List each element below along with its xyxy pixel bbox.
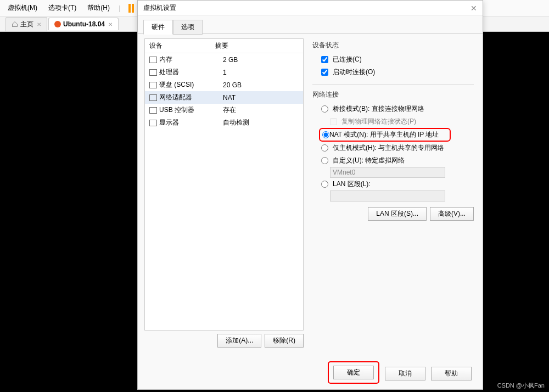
ok-button[interactable]: 确定 (333, 366, 374, 379)
radio-custom[interactable]: 自定义(U): 特定虚拟网络 (312, 154, 474, 167)
vm-settings-dialog: 虚拟机设置 ✕ 硬件 选项 设备 摘要 内存 2 GB 处理器 (137, 0, 483, 390)
checkbox-replicate-input (330, 118, 337, 125)
device-row-disk[interactable]: 硬盘 (SCSI) 20 GB (145, 79, 303, 91)
device-row-usb[interactable]: USB 控制器 存在 (145, 104, 303, 116)
checkbox-connect-power-input[interactable] (321, 69, 328, 76)
tab-hardware[interactable]: 硬件 (143, 20, 173, 35)
radio-nat-label: NAT 模式(N): 用于共享主机的 IP 地址 (329, 130, 439, 139)
device-list: 设备 摘要 内存 2 GB 处理器 1 硬盘 (SCSI) 20 GB (144, 38, 304, 331)
advanced-button[interactable]: 高级(V)... (430, 207, 474, 221)
close-icon[interactable]: ✕ (37, 21, 41, 27)
radio-nat-input[interactable] (322, 131, 329, 138)
help-button[interactable]: 帮助 (431, 367, 472, 380)
col-summary: 摘要 (215, 41, 228, 51)
radio-host-only[interactable]: 仅主机模式(H): 与主机共享的专用网络 (312, 142, 474, 154)
device-status-title: 设备状态 (312, 41, 474, 50)
display-icon (149, 120, 157, 126)
settings-detail-panel: 设备状态 已连接(C) 启动时连接(O) 网络连接 桥接模式(B): 直接连接物… (310, 38, 476, 348)
checkbox-replicate: 复制物理网络连接状态(P) (312, 115, 474, 128)
device-row-memory[interactable]: 内存 2 GB (145, 53, 303, 66)
dialog-tabs: 硬件 选项 (138, 16, 483, 34)
checkbox-connected[interactable]: 已连接(C) (312, 53, 474, 66)
dialog-footer: 确定 取消 帮助 (328, 362, 472, 385)
net-conn-title: 网络连接 (312, 90, 474, 99)
network-icon (149, 94, 157, 101)
pause-icon[interactable] (128, 4, 135, 13)
radio-bridged[interactable]: 桥接模式(B): 直接连接物理网络 (312, 103, 474, 115)
menu-help[interactable]: 帮助(H) (82, 1, 115, 15)
close-icon[interactable]: ✕ (470, 4, 477, 13)
tab-home-label: 主页 (20, 20, 33, 29)
checkbox-connect-power[interactable]: 启动时连接(O) (312, 66, 474, 79)
add-button[interactable]: 添加(A)... (217, 334, 261, 348)
col-device: 设备 (149, 41, 215, 51)
radio-lan-segment[interactable]: LAN 区段(L): (312, 178, 474, 191)
ok-highlight: 确定 (328, 361, 379, 384)
device-row-network[interactable]: 网络适配器 NAT (145, 91, 303, 104)
dialog-titlebar: 虚拟机设置 ✕ (138, 1, 483, 16)
device-list-header: 设备 摘要 (145, 39, 303, 53)
close-icon[interactable]: ✕ (108, 21, 113, 27)
radio-bridged-input[interactable] (321, 105, 328, 113)
nat-highlight: NAT 模式(N): 用于共享主机的 IP 地址 (319, 128, 451, 142)
tab-ubuntu-label: Ubuntu-18.04 (63, 20, 105, 28)
radio-lan-input[interactable] (321, 181, 328, 188)
cancel-button[interactable]: 取消 (385, 367, 425, 380)
memory-icon (149, 57, 157, 63)
watermark: CSDN @小枫Fan (497, 382, 545, 390)
menu-tabs[interactable]: 选项卡(T) (43, 1, 82, 15)
device-panel: 设备 摘要 内存 2 GB 处理器 1 硬盘 (SCSI) 20 GB (144, 38, 304, 348)
vmnet-select: VMnet0 (330, 167, 445, 178)
tab-ubuntu[interactable]: Ubuntu-18.04 ✕ (48, 18, 119, 30)
device-row-processor[interactable]: 处理器 1 (145, 66, 303, 79)
lan-segments-button[interactable]: LAN 区段(S)... (368, 207, 427, 221)
tab-options[interactable]: 选项 (173, 20, 203, 35)
cpu-icon (149, 69, 157, 76)
checkbox-connected-input[interactable] (321, 56, 328, 63)
lan-segment-select (330, 191, 445, 201)
remove-button[interactable]: 移除(R) (265, 334, 304, 348)
radio-host-only-input[interactable] (321, 144, 328, 152)
device-row-display[interactable]: 显示器 自动检测 (145, 116, 303, 129)
menu-vm[interactable]: 虚拟机(M) (2, 1, 43, 15)
dialog-title-text: 虚拟机设置 (143, 3, 176, 13)
home-icon (12, 21, 18, 27)
radio-custom-input[interactable] (321, 157, 328, 164)
ubuntu-icon (54, 21, 61, 27)
disk-icon (149, 82, 157, 88)
usb-icon (149, 107, 157, 114)
tab-home[interactable]: 主页 ✕ (5, 17, 47, 31)
